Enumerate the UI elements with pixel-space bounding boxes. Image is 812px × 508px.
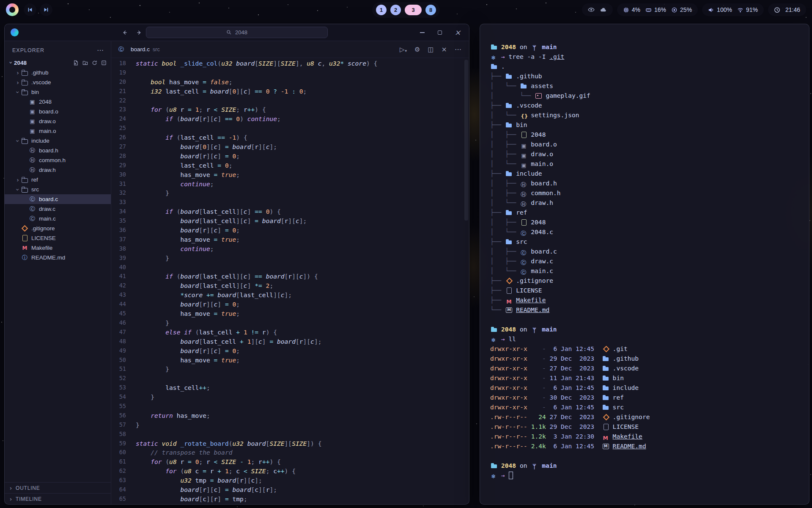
code-line-46: 46 }	[111, 318, 469, 328]
new-file-icon[interactable]	[73, 60, 79, 66]
explorer-item-include[interactable]: ›include	[5, 136, 111, 146]
terminal-line: drwxr-xr-x - 6 Jan 12:45 include	[490, 383, 799, 392]
terminal-line: ├── include	[490, 168, 799, 178]
minimize-button[interactable]	[419, 30, 425, 36]
code-line-57: 57}	[111, 420, 469, 430]
explorer-item-Makefile[interactable]: Makefile	[5, 243, 111, 253]
tab-directory: src	[153, 47, 160, 52]
explorer-item-main.c[interactable]: main.c	[5, 214, 111, 224]
readme-icon	[21, 254, 29, 261]
launcher-icon[interactable]	[6, 3, 19, 16]
audio-network-widget[interactable]: 100% 91%	[702, 3, 764, 16]
explorer-item-draw.h[interactable]: draw.h	[5, 165, 111, 175]
tab-board-c[interactable]: board.c src	[117, 46, 160, 53]
split-editor-icon[interactable]	[428, 46, 433, 53]
explorer-item-board.h[interactable]: board.h	[5, 146, 111, 155]
maximize-button[interactable]	[437, 30, 443, 36]
code-line-39: 39 }	[111, 254, 469, 263]
terminal-line: │ ├── draw.c	[490, 256, 799, 266]
disk-value: 25%	[680, 6, 692, 13]
explorer-item-README.md[interactable]: README.md	[5, 253, 111, 262]
wifi-stat[interactable]: 91%	[737, 6, 758, 13]
explorer-item-label: main.c	[39, 215, 56, 222]
explorer-item-board.o[interactable]: board.o	[5, 107, 111, 116]
explorer-item-label: board.c	[39, 196, 58, 202]
terminal-line: ├── .vscode	[490, 100, 799, 110]
terminal-line: └── README.md	[490, 305, 799, 315]
line-number: 33	[111, 198, 136, 207]
back-button[interactable]	[122, 30, 128, 36]
h-icon	[28, 157, 36, 164]
search-value: 2048	[235, 29, 247, 36]
md-icon	[505, 306, 513, 313]
vscode-titlebar[interactable]: 2048	[5, 24, 469, 41]
chevron-open-icon: ›	[14, 187, 21, 193]
img-icon	[535, 92, 543, 99]
speaker-icon	[708, 7, 714, 13]
settings-gear-icon[interactable]	[414, 46, 420, 53]
code-line-27: 27 board[0][c] = board[r][c];	[111, 142, 469, 152]
explorer-item-2048[interactable]: 2048	[5, 97, 111, 107]
code-line-63: 63 u32 tmp = board[r][c];	[111, 476, 469, 485]
outline-panel[interactable]: › OUTLINE	[5, 482, 111, 493]
folder-icon	[21, 69, 29, 76]
editor-more-actions-icon[interactable]	[455, 45, 461, 53]
code-line-26: 26 if (last_cell == -1) {	[111, 133, 469, 142]
explorer-item-label: .gitignore	[31, 225, 55, 232]
line-number: 42	[111, 281, 136, 290]
explorer-item-main.o[interactable]: main.o	[5, 126, 111, 136]
explorer-item-.gitignore[interactable]: .gitignore	[5, 224, 111, 233]
c-icon	[28, 215, 36, 222]
volume-stat[interactable]: 100%	[708, 6, 732, 13]
media-next-button[interactable]	[40, 3, 52, 16]
cloud-icon	[600, 7, 607, 13]
terminal-line: ├── Makefile	[490, 295, 799, 305]
project-root-row[interactable]: › 2048	[5, 58, 111, 67]
explorer-item-.vscode[interactable]: ›.vscode	[5, 77, 111, 87]
tab-bar: board.c src	[111, 41, 469, 58]
weather-widget[interactable]	[582, 3, 613, 16]
timeline-panel[interactable]: › TIMELINE	[5, 493, 111, 504]
terminal-line: ├── .github	[490, 71, 799, 81]
line-number: 19	[111, 68, 136, 77]
editor-scrollbar[interactable]	[464, 60, 468, 221]
vscode-window: 2048 EXPLORER › 2048 ›.	[4, 24, 469, 505]
clock-widget[interactable]: 21:46	[768, 3, 806, 16]
terminal-line: .	[490, 61, 799, 71]
workspace-1[interactable]: 1	[376, 5, 387, 15]
code-line-58: 58	[111, 430, 469, 439]
forward-button[interactable]	[136, 30, 142, 36]
terminal-window[interactable]: 2048 on main→ tree -a -I .git.├── .githu…	[480, 24, 809, 505]
close-button[interactable]	[455, 30, 461, 36]
new-folder-icon[interactable]	[82, 60, 88, 66]
code-line-29: 29 last_cell = 0;	[111, 161, 469, 170]
explorer-item-board.c[interactable]: board.c	[5, 194, 111, 204]
explorer-item-ref[interactable]: ›ref	[5, 175, 111, 185]
line-number: 63	[111, 476, 136, 485]
media-prev-button[interactable]	[24, 3, 36, 16]
collapse-all-icon[interactable]	[101, 60, 107, 66]
explorer-item-draw.o[interactable]: draw.o	[5, 116, 111, 126]
explorer-item-common.h[interactable]: common.h	[5, 155, 111, 165]
explorer-item-draw.c[interactable]: draw.c	[5, 204, 111, 214]
explorer-item-bin[interactable]: ›bin	[5, 87, 111, 97]
explorer-item-label: Makefile	[31, 245, 52, 251]
folder-icon	[505, 121, 513, 128]
git-icon	[602, 345, 610, 352]
explorer-more-actions-icon[interactable]	[97, 46, 104, 54]
workspace-8[interactable]: 8	[425, 5, 436, 15]
explorer-item-.github[interactable]: ›.github	[5, 68, 111, 77]
eye-icon	[588, 6, 595, 13]
code-editor[interactable]: 18static bool _slide_col(u32 board[SIZE]…	[111, 58, 469, 504]
command-center-search[interactable]: 2048	[146, 27, 328, 38]
run-button[interactable]	[400, 46, 407, 53]
refresh-icon[interactable]	[92, 60, 97, 66]
workspace-2[interactable]: 2	[390, 5, 401, 15]
close-editor-icon[interactable]	[442, 45, 447, 53]
explorer-item-src[interactable]: ›src	[5, 185, 111, 194]
terminal-line: │ ├── board.c	[490, 246, 799, 256]
explorer-item-LICENSE[interactable]: LICENSE	[5, 233, 111, 243]
folder-icon	[602, 394, 610, 401]
memory-value: 16%	[654, 6, 666, 13]
workspace-3-active[interactable]: 3	[405, 5, 422, 15]
